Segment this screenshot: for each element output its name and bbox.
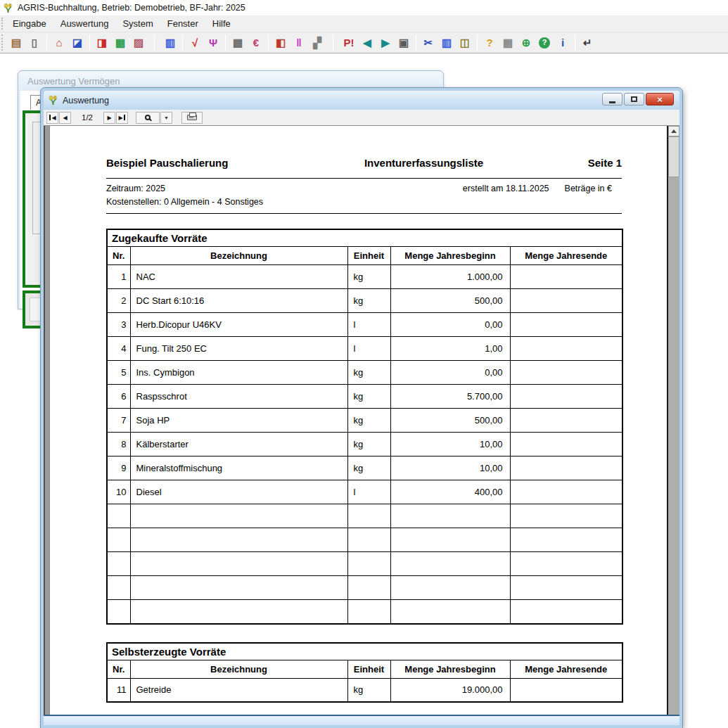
window-auswertung[interactable]: Auswertung × ◀ ◀ 1/2 ▶ ▶ ▼ Bei [41, 88, 682, 728]
report-created: erstellt am 18.11.2025 [463, 184, 549, 193]
truck-icon[interactable]: ◧ [272, 34, 289, 51]
cell [510, 433, 622, 456]
table-row: 3Herb.Dicopur U46KVl0,00 [107, 313, 622, 337]
cell [390, 552, 510, 576]
help-wand-icon[interactable]: ? [481, 34, 498, 51]
cell: kg [347, 678, 390, 702]
cell [510, 480, 622, 504]
vertical-scrollbar[interactable] [668, 126, 679, 715]
print-button[interactable] [181, 112, 203, 124]
table-title: Zugekaufte Vorräte [107, 229, 622, 247]
save-icon[interactable]: ▣ [395, 34, 412, 51]
column-header: Nr. [107, 660, 130, 678]
first-page-button[interactable]: ◀ [46, 112, 58, 124]
tractor-icon[interactable]: ◨ [94, 34, 110, 51]
cell [130, 504, 347, 528]
cell: kg [347, 409, 390, 433]
cell [390, 576, 510, 600]
menu-item-auswertung[interactable]: Auswertung [53, 16, 116, 31]
scroll-thumb[interactable] [668, 136, 679, 177]
toolbar-separator [182, 35, 183, 51]
cell [510, 265, 622, 289]
cell: 0,00 [390, 361, 510, 385]
cell: kg [347, 361, 390, 385]
persons-icon[interactable]: ▞ [309, 34, 326, 51]
menu-item-system[interactable]: System [115, 16, 160, 31]
menu-item-hilfe[interactable]: Hilfe [205, 16, 238, 31]
report-window-titlebar[interactable]: Auswertung × [44, 91, 679, 110]
paste-icon[interactable]: ◫ [456, 34, 473, 51]
cell [107, 528, 130, 552]
zoom-dropdown-button[interactable]: ▼ [160, 112, 172, 124]
next-page-button[interactable]: ▶ [103, 112, 115, 124]
app-titlebar[interactable]: AGRIS-Buchhaltung, Betrieb: Demobetrieb,… [0, 0, 728, 15]
cell: 3 [107, 313, 130, 337]
report-company: Beispiel Pauschalierung [106, 157, 317, 169]
table-title: Selbsterzeugte Vorräte [107, 643, 622, 660]
menu-item-fenster[interactable]: Fenster [160, 16, 205, 31]
fax-print-icon[interactable]: ▦ [499, 34, 516, 51]
report-currency: Beträge in € [565, 184, 612, 193]
test-tubes-icon[interactable]: ‖ [290, 34, 307, 51]
columns-next-icon[interactable]: ▶ [377, 34, 394, 51]
cell: 5.700,00 [390, 385, 510, 409]
column-header: Einheit [347, 247, 390, 265]
price-curve-icon[interactable]: √ [186, 34, 203, 51]
report-kostenstellen: Kostenstellen: 0 Allgemein - 4 Sonstiges [106, 197, 622, 207]
menu-item-eingabe[interactable]: Eingabe [6, 16, 53, 31]
toolbar-separator [225, 35, 226, 51]
report-table-1: Zugekaufte VorräteNr.BezeichnungEinheitM… [106, 229, 623, 625]
cell [510, 385, 622, 409]
cut-icon[interactable]: ✂ [420, 34, 437, 51]
field-list-icon[interactable]: ▦ [112, 34, 129, 51]
close-button[interactable]: × [646, 93, 674, 106]
cell [130, 576, 347, 600]
window-controls: × [601, 93, 674, 106]
globe-icon[interactable]: ⊕ [518, 34, 535, 51]
table-row: 11Getreidekg19.000,00 [107, 678, 622, 702]
zoom-button[interactable] [136, 112, 160, 124]
ship-icon[interactable]: ◪ [69, 34, 86, 51]
document-icon[interactable]: ▯ [26, 34, 43, 51]
cell [347, 600, 390, 624]
cell [510, 528, 622, 552]
report-meta: Zeitraum: 2025 erstellt am 18.11.2025 Be… [106, 184, 622, 193]
cell: 500,00 [390, 289, 510, 313]
prev-page-button[interactable]: ◀ [59, 112, 71, 124]
column-header: Einheit [347, 660, 390, 678]
column-header: Menge Jahresende [510, 247, 622, 265]
maximize-button[interactable] [624, 93, 644, 106]
balance-scale-icon[interactable]: Ψ [205, 34, 222, 51]
daybook-icon[interactable]: ▤ [8, 34, 25, 51]
last-page-button[interactable]: ▶ [116, 112, 128, 124]
columns-prev-icon[interactable]: ◀ [359, 34, 376, 51]
cell [107, 600, 130, 624]
cell: 8 [107, 433, 130, 456]
cell: 11 [107, 678, 130, 702]
exit-icon[interactable]: ↵ [579, 34, 596, 51]
cell: Raspsschrot [130, 385, 347, 409]
minimize-button[interactable] [602, 93, 622, 106]
globe-help-icon[interactable]: ? [536, 34, 553, 51]
copy-icon[interactable]: ▥ [438, 34, 455, 51]
print-report-icon[interactable]: P! [340, 34, 357, 51]
page-indicator: 1/2 [72, 113, 103, 122]
column-header: Bezeichnung [130, 660, 347, 678]
seed-sack-icon[interactable]: ▨ [130, 34, 147, 51]
cell [510, 313, 622, 337]
copy-pages-icon[interactable]: ▥ [162, 34, 179, 51]
cell: 9 [107, 456, 130, 480]
scroll-up-button[interactable] [668, 126, 679, 136]
farm-house-icon[interactable]: ⌂ [51, 34, 68, 51]
cell [107, 504, 130, 528]
info-icon[interactable]: i [554, 34, 571, 51]
cell: Diesel [130, 480, 347, 504]
machine-icon[interactable]: ▩ [229, 34, 246, 51]
toolbar-grip [1, 34, 4, 51]
cell [347, 504, 390, 528]
cell [390, 504, 510, 528]
table-row: 10Diesell400,00 [107, 480, 622, 504]
money-sack-icon[interactable]: € [248, 34, 264, 51]
cell: Ins. Cymbigon [130, 361, 347, 385]
table-row [107, 600, 622, 624]
